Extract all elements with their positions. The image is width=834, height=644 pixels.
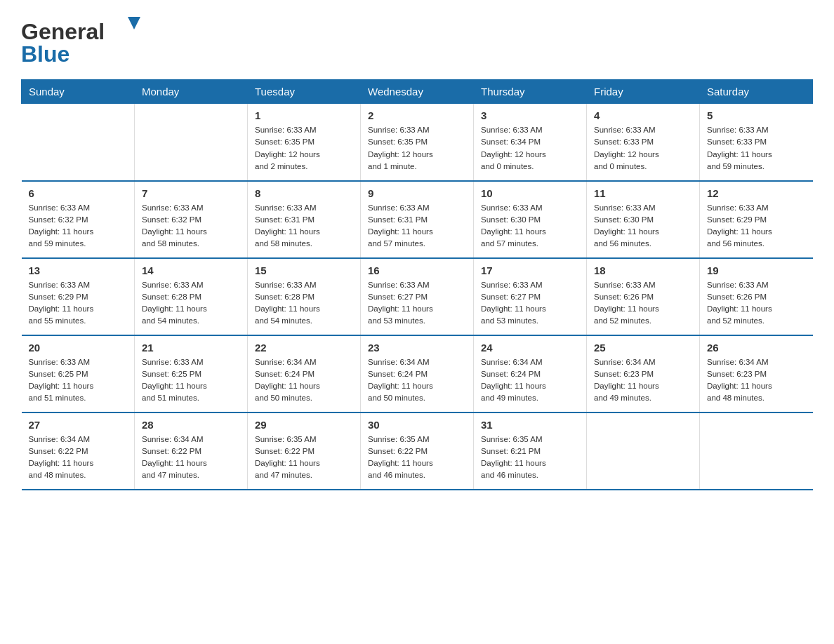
calendar-cell: 28Sunrise: 6:34 AMSunset: 6:22 PMDayligh…	[135, 412, 248, 490]
calendar-cell: 13Sunrise: 6:33 AMSunset: 6:29 PMDayligh…	[22, 258, 135, 335]
day-number: 28	[142, 419, 240, 431]
day-sun-info: Sunrise: 6:34 AMSunset: 6:22 PMDaylight:…	[142, 434, 240, 482]
weekday-header-saturday: Saturday	[700, 80, 813, 104]
weekday-header-friday: Friday	[587, 80, 700, 104]
day-sun-info: Sunrise: 6:33 AMSunset: 6:25 PMDaylight:…	[142, 356, 240, 405]
logo: GeneralBlue	[21, 14, 154, 67]
weekday-header-sunday: Sunday	[22, 80, 135, 104]
weekday-header-row: SundayMondayTuesdayWednesdayThursdayFrid…	[22, 80, 813, 104]
day-number: 11	[594, 187, 692, 199]
day-sun-info: Sunrise: 6:34 AMSunset: 6:23 PMDaylight:…	[707, 356, 806, 405]
day-number: 23	[368, 342, 466, 354]
day-sun-info: Sunrise: 6:33 AMSunset: 6:33 PMDaylight:…	[707, 124, 806, 173]
weekday-header-wednesday: Wednesday	[361, 80, 474, 104]
calendar-cell: 31Sunrise: 6:35 AMSunset: 6:21 PMDayligh…	[474, 412, 587, 490]
day-sun-info: Sunrise: 6:34 AMSunset: 6:24 PMDaylight:…	[255, 356, 353, 405]
day-number: 17	[481, 264, 579, 276]
day-number: 31	[481, 419, 579, 431]
calendar-cell: 9Sunrise: 6:33 AMSunset: 6:31 PMDaylight…	[361, 181, 474, 258]
day-number: 6	[29, 187, 128, 199]
calendar-week-3: 13Sunrise: 6:33 AMSunset: 6:29 PMDayligh…	[22, 258, 813, 335]
day-sun-info: Sunrise: 6:33 AMSunset: 6:29 PMDaylight:…	[707, 202, 806, 250]
calendar-cell: 25Sunrise: 6:34 AMSunset: 6:23 PMDayligh…	[587, 335, 700, 412]
day-number: 21	[142, 342, 240, 354]
calendar-cell: 15Sunrise: 6:33 AMSunset: 6:28 PMDayligh…	[248, 258, 361, 335]
calendar-cell: 2Sunrise: 6:33 AMSunset: 6:35 PMDaylight…	[361, 104, 474, 181]
calendar-table: SundayMondayTuesdayWednesdayThursdayFrid…	[21, 79, 813, 490]
day-sun-info: Sunrise: 6:33 AMSunset: 6:27 PMDaylight:…	[481, 279, 579, 328]
weekday-header-thursday: Thursday	[474, 80, 587, 104]
day-sun-info: Sunrise: 6:34 AMSunset: 6:24 PMDaylight:…	[481, 356, 579, 405]
calendar-cell: 12Sunrise: 6:33 AMSunset: 6:29 PMDayligh…	[700, 181, 813, 258]
calendar-cell: 29Sunrise: 6:35 AMSunset: 6:22 PMDayligh…	[248, 412, 361, 490]
weekday-header-tuesday: Tuesday	[248, 80, 361, 104]
day-sun-info: Sunrise: 6:33 AMSunset: 6:31 PMDaylight:…	[255, 202, 353, 250]
day-number: 2	[368, 109, 466, 121]
day-number: 26	[707, 342, 806, 354]
calendar-cell: 24Sunrise: 6:34 AMSunset: 6:24 PMDayligh…	[474, 335, 587, 412]
calendar-week-2: 6Sunrise: 6:33 AMSunset: 6:32 PMDaylight…	[22, 181, 813, 258]
day-number: 19	[707, 264, 806, 276]
svg-text:Blue: Blue	[21, 41, 70, 67]
calendar-cell: 20Sunrise: 6:33 AMSunset: 6:25 PMDayligh…	[22, 335, 135, 412]
calendar-cell	[700, 412, 813, 490]
day-sun-info: Sunrise: 6:35 AMSunset: 6:22 PMDaylight:…	[255, 434, 353, 482]
calendar-cell: 27Sunrise: 6:34 AMSunset: 6:22 PMDayligh…	[22, 412, 135, 490]
logo-svg: GeneralBlue	[21, 14, 154, 67]
day-sun-info: Sunrise: 6:33 AMSunset: 6:33 PMDaylight:…	[594, 124, 692, 173]
calendar-cell: 8Sunrise: 6:33 AMSunset: 6:31 PMDaylight…	[248, 181, 361, 258]
day-number: 4	[594, 109, 692, 121]
day-number: 14	[142, 264, 240, 276]
day-sun-info: Sunrise: 6:33 AMSunset: 6:32 PMDaylight:…	[29, 202, 128, 250]
calendar-cell: 6Sunrise: 6:33 AMSunset: 6:32 PMDaylight…	[22, 181, 135, 258]
logo-container: GeneralBlue	[21, 14, 154, 67]
day-number: 10	[481, 187, 579, 199]
calendar-cell: 4Sunrise: 6:33 AMSunset: 6:33 PMDaylight…	[587, 104, 700, 181]
day-number: 1	[255, 109, 353, 121]
calendar-cell: 1Sunrise: 6:33 AMSunset: 6:35 PMDaylight…	[248, 104, 361, 181]
calendar-cell	[587, 412, 700, 490]
calendar-cell: 18Sunrise: 6:33 AMSunset: 6:26 PMDayligh…	[587, 258, 700, 335]
calendar-cell: 3Sunrise: 6:33 AMSunset: 6:34 PMDaylight…	[474, 104, 587, 181]
calendar-cell: 30Sunrise: 6:35 AMSunset: 6:22 PMDayligh…	[361, 412, 474, 490]
day-number: 16	[368, 264, 466, 276]
page-header: GeneralBlue	[21, 14, 813, 67]
day-sun-info: Sunrise: 6:33 AMSunset: 6:35 PMDaylight:…	[368, 124, 466, 173]
weekday-header-monday: Monday	[135, 80, 248, 104]
day-sun-info: Sunrise: 6:33 AMSunset: 6:26 PMDaylight:…	[707, 279, 806, 328]
calendar-cell: 11Sunrise: 6:33 AMSunset: 6:30 PMDayligh…	[587, 181, 700, 258]
calendar-cell: 16Sunrise: 6:33 AMSunset: 6:27 PMDayligh…	[361, 258, 474, 335]
svg-marker-1	[128, 17, 140, 29]
day-sun-info: Sunrise: 6:34 AMSunset: 6:24 PMDaylight:…	[368, 356, 466, 405]
day-number: 29	[255, 419, 353, 431]
day-sun-info: Sunrise: 6:33 AMSunset: 6:32 PMDaylight:…	[142, 202, 240, 250]
calendar-cell: 17Sunrise: 6:33 AMSunset: 6:27 PMDayligh…	[474, 258, 587, 335]
day-sun-info: Sunrise: 6:33 AMSunset: 6:26 PMDaylight:…	[594, 279, 692, 328]
day-number: 18	[594, 264, 692, 276]
day-sun-info: Sunrise: 6:33 AMSunset: 6:31 PMDaylight:…	[368, 202, 466, 250]
calendar-cell: 26Sunrise: 6:34 AMSunset: 6:23 PMDayligh…	[700, 335, 813, 412]
day-sun-info: Sunrise: 6:33 AMSunset: 6:27 PMDaylight:…	[368, 279, 466, 328]
day-sun-info: Sunrise: 6:33 AMSunset: 6:35 PMDaylight:…	[255, 124, 353, 173]
calendar-cell: 14Sunrise: 6:33 AMSunset: 6:28 PMDayligh…	[135, 258, 248, 335]
calendar-cell: 19Sunrise: 6:33 AMSunset: 6:26 PMDayligh…	[700, 258, 813, 335]
day-sun-info: Sunrise: 6:33 AMSunset: 6:28 PMDaylight:…	[142, 279, 240, 328]
day-sun-info: Sunrise: 6:33 AMSunset: 6:25 PMDaylight:…	[29, 356, 128, 405]
day-sun-info: Sunrise: 6:33 AMSunset: 6:34 PMDaylight:…	[481, 124, 579, 173]
calendar-cell: 21Sunrise: 6:33 AMSunset: 6:25 PMDayligh…	[135, 335, 248, 412]
svg-text:General: General	[21, 19, 105, 44]
day-number: 5	[707, 109, 806, 121]
day-sun-info: Sunrise: 6:35 AMSunset: 6:21 PMDaylight:…	[481, 434, 579, 482]
day-number: 25	[594, 342, 692, 354]
calendar-cell: 22Sunrise: 6:34 AMSunset: 6:24 PMDayligh…	[248, 335, 361, 412]
day-sun-info: Sunrise: 6:35 AMSunset: 6:22 PMDaylight:…	[368, 434, 466, 482]
day-sun-info: Sunrise: 6:34 AMSunset: 6:22 PMDaylight:…	[29, 434, 128, 482]
calendar-cell: 10Sunrise: 6:33 AMSunset: 6:30 PMDayligh…	[474, 181, 587, 258]
day-number: 15	[255, 264, 353, 276]
calendar-week-4: 20Sunrise: 6:33 AMSunset: 6:25 PMDayligh…	[22, 335, 813, 412]
day-number: 9	[368, 187, 466, 199]
day-number: 7	[142, 187, 240, 199]
day-sun-info: Sunrise: 6:34 AMSunset: 6:23 PMDaylight:…	[594, 356, 692, 405]
day-number: 3	[481, 109, 579, 121]
day-number: 13	[29, 264, 128, 276]
